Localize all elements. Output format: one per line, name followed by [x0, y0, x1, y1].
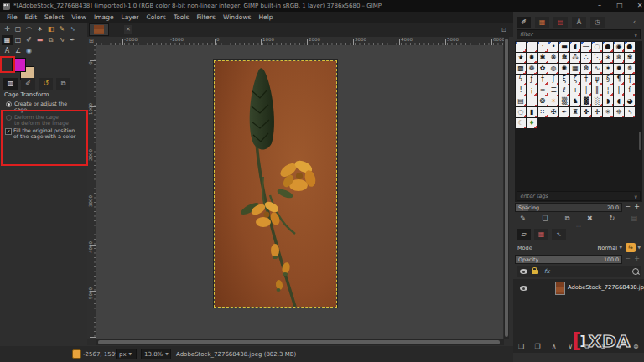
brush-item[interactable]: ☰ — [548, 85, 558, 96]
maximize-button[interactable]: □ — [613, 1, 626, 11]
brush-item[interactable]: ¦ — [603, 85, 613, 96]
tool-free-select-icon[interactable]: ◠ — [23, 24, 34, 34]
quick-mask-corner[interactable] — [87, 339, 96, 345]
brush-item[interactable]: ★ — [516, 53, 526, 63]
brush-item[interactable]: ◖ — [570, 42, 580, 52]
spacing-increase-button[interactable]: + — [633, 203, 641, 212]
brush-item[interactable]: ǀ — [614, 85, 624, 96]
brush-item[interactable]: ➴ — [625, 107, 635, 117]
tab-tool-options[interactable]: ▥ — [3, 78, 18, 90]
brush-item[interactable]: | — [581, 85, 591, 96]
brush-item[interactable]: ϟ — [516, 75, 526, 85]
brush-item[interactable]: ❈ — [614, 107, 624, 117]
brush-item[interactable]: ! — [516, 85, 526, 96]
opacity-increase-button[interactable]: + — [633, 255, 641, 264]
brush-item[interactable]: ¶ — [614, 75, 624, 85]
canvas-menu-button[interactable]: ⊡ — [500, 26, 508, 34]
brush-item[interactable]: ∿ — [592, 64, 602, 74]
brush-item[interactable]: ✶ — [603, 64, 613, 74]
foreground-color-swatch[interactable] — [12, 58, 26, 72]
brush-item[interactable]: ∴ — [581, 53, 591, 63]
tab-brushes[interactable]: ✐ — [517, 17, 531, 28]
eye-icon[interactable] — [520, 269, 527, 274]
brush-item[interactable]: · — [538, 42, 548, 52]
menu-tools[interactable]: Tools — [174, 13, 189, 21]
dock-tab-menu-button[interactable]: ‹ — [633, 18, 636, 26]
brush-item[interactable]: ❂ — [538, 96, 548, 106]
brush-item[interactable]: ı — [570, 85, 580, 96]
brush-item[interactable]: ‡ — [581, 75, 591, 85]
refresh-brushes[interactable]: ↻ — [605, 214, 618, 224]
dock-grip[interactable]: ⋯ — [513, 224, 644, 228]
brush-item[interactable]: ζ — [570, 75, 580, 85]
tab-device-status[interactable]: ✐ — [21, 78, 35, 90]
tab-undo-history[interactable]: ↺ — [39, 78, 53, 90]
layer-row[interactable]: AdobeStock_727668438.jpeg — [513, 281, 644, 294]
duplicate-brush[interactable]: ⧉ — [561, 214, 574, 224]
search-icon[interactable] — [632, 268, 639, 275]
brush-item[interactable]: ¡ — [527, 85, 537, 96]
tool-bucket-fill-icon[interactable]: ◧ — [45, 24, 56, 34]
tool-cage-transform-icon[interactable]: ▦ — [2, 35, 13, 45]
brush-item[interactable]: ✸ — [527, 53, 537, 63]
tool-smudge-icon[interactable]: ∿ — [56, 35, 67, 45]
brush-item[interactable]: ‖ — [592, 85, 602, 96]
brush-item[interactable]: ǂ — [625, 75, 635, 85]
ruler-origin-button[interactable]: ⊞ — [87, 37, 96, 45]
tool-text-icon[interactable]: A — [2, 46, 13, 56]
tool-zoom-icon[interactable]: ◉ — [23, 46, 34, 56]
tab-gradients[interactable]: ▤ — [553, 17, 568, 28]
brush-item[interactable]: ✵ — [625, 64, 635, 74]
layer-name[interactable]: AdobeStock_727668438.jpeg — [568, 284, 644, 291]
brush-item[interactable]: ▬ — [559, 42, 569, 52]
brush-item[interactable]: ✢ — [592, 107, 602, 117]
brush-item[interactable]: § — [603, 75, 613, 85]
brush-item[interactable]: ░ — [592, 96, 602, 106]
raise-layer[interactable]: ∧ — [548, 342, 560, 352]
brush-item[interactable]: ● — [603, 42, 613, 52]
horizontal-scrollbar-thumb[interactable] — [98, 340, 500, 344]
vertical-scrollbar-thumb[interactable] — [505, 39, 508, 337]
radio-create-cage[interactable]: Create or adjust the cage — [4, 101, 81, 112]
brush-scrollbar-thumb[interactable] — [639, 132, 641, 150]
brush-item[interactable]: † — [538, 75, 548, 85]
brush-item[interactable]: ▤ — [516, 96, 526, 106]
tool-paths-icon[interactable]: ➴ — [67, 24, 78, 34]
brush-item[interactable]: ◌ — [516, 107, 526, 117]
brush-item[interactable]: ✠ — [548, 107, 558, 117]
tab-layers[interactable]: ▱ — [517, 229, 531, 240]
tab-patterns[interactable]: ▦ — [535, 17, 549, 28]
brush-item[interactable]: ❄ — [614, 53, 624, 63]
layer-thumbnail[interactable] — [555, 282, 565, 295]
brush-item[interactable]: ✿ — [538, 64, 548, 74]
brush-item[interactable]: ▓ — [581, 96, 591, 106]
brush-item[interactable]: ❆ — [581, 64, 591, 74]
brush-item[interactable]: ✳ — [603, 107, 613, 117]
brush-item[interactable]: ▦ — [570, 64, 580, 74]
brush-item[interactable]: ✽ — [559, 53, 569, 63]
minimize-button[interactable]: – — [593, 1, 606, 11]
spacing-slider[interactable]: Spacing 20.0 — [515, 203, 622, 212]
new-brush[interactable]: ❏ — [539, 214, 552, 224]
brush-item[interactable]: ♜ — [570, 107, 580, 117]
brush-item[interactable]: ❋ — [548, 53, 558, 63]
close-button[interactable]: ✕ — [633, 1, 644, 11]
brush-item[interactable]: ▮ — [527, 107, 537, 117]
brush-item[interactable]: ▒ — [559, 96, 569, 106]
tool-eraser-icon[interactable]: ▬ — [34, 35, 45, 45]
chevron-down-icon[interactable]: ▼ — [638, 246, 641, 250]
image-tab[interactable] — [89, 23, 109, 36]
brush-item[interactable]: ƒ — [527, 75, 537, 85]
brush-item[interactable]: ſ — [625, 85, 635, 96]
spacing-decrease-button[interactable]: − — [624, 203, 631, 212]
brush-item[interactable]: ✒ — [559, 107, 569, 117]
fx-icon[interactable]: fx — [544, 268, 550, 275]
tool-paintbrush-icon[interactable]: ✐ — [23, 35, 34, 45]
tab-images[interactable]: ⧉ — [56, 78, 70, 90]
brush-item[interactable] — [516, 42, 526, 52]
brush-item[interactable]: ψ — [592, 75, 602, 85]
delete-brush[interactable]: ✖ — [584, 214, 596, 224]
brush-item[interactable]: ∷ — [538, 107, 548, 117]
brush-item[interactable]: ξ — [559, 75, 569, 85]
brush-item[interactable]: ℓ — [559, 85, 569, 96]
